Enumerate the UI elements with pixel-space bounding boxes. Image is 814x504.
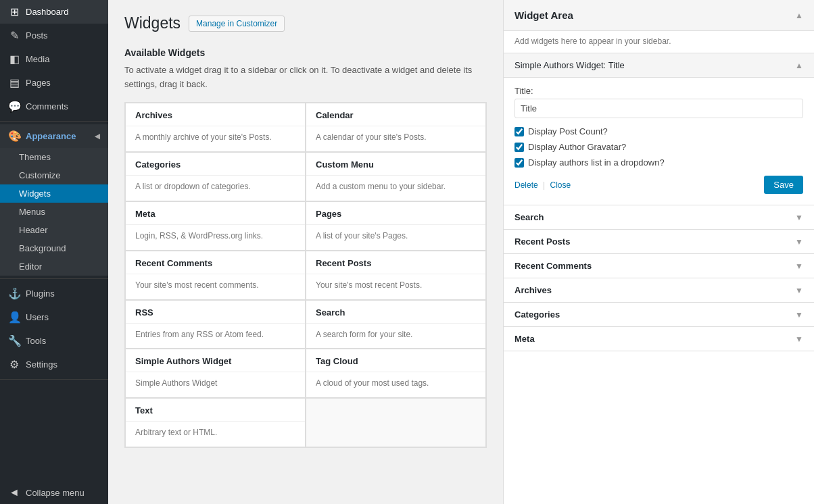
- checkbox-post-count: Display Post Count?: [514, 126, 803, 136]
- close-link[interactable]: Close: [550, 180, 571, 190]
- collapse-menu-button[interactable]: ◄ Collapse menu: [0, 481, 108, 504]
- checkbox-post-count-input[interactable]: [514, 127, 524, 136]
- collapsed-widget-header[interactable]: Recent Comments ▼: [504, 254, 814, 278]
- widget-desc: A list or dropdown of categories.: [126, 176, 305, 201]
- expanded-widget-body: Title: Display Post Count? Display Autho…: [504, 78, 814, 205]
- widget-desc: A monthly archive of your site's Posts.: [126, 126, 305, 151]
- chevron-down-icon[interactable]: ▼: [795, 286, 803, 295]
- sidebar-item-media[interactable]: ◧ Media: [0, 47, 108, 71]
- collapsed-widgets-list: Search ▼ Recent Posts ▼ Recent Comments …: [504, 205, 814, 351]
- sidebar-item-header[interactable]: Header: [0, 221, 108, 239]
- available-widgets-title: Available Widgets: [124, 47, 487, 58]
- chevron-down-icon[interactable]: ▼: [795, 213, 803, 222]
- widget-title: Text: [126, 399, 305, 422]
- sidebar-item-widgets[interactable]: Widgets: [0, 184, 108, 203]
- sidebar-item-editor[interactable]: Editor: [0, 257, 108, 276]
- widget-title: Recent Comments: [126, 251, 305, 274]
- widget-desc: A cloud of your most used tags.: [306, 372, 485, 397]
- content-area: Widgets Manage in Customizer Available W…: [108, 0, 814, 504]
- checkbox-author-gravatar: Display Author Gravatar?: [514, 142, 803, 152]
- simple-authors-widget-expanded: Simple Authors Widget: Title ▲ Title: Di…: [504, 53, 814, 205]
- delete-link[interactable]: Delete: [514, 180, 538, 190]
- checkbox-author-gravatar-input[interactable]: [514, 143, 524, 152]
- expanded-widget-title: Simple Authors Widget: Title: [514, 60, 625, 70]
- sidebar-item-themes[interactable]: Themes: [0, 148, 108, 166]
- collapsed-widget-title: Search: [514, 212, 544, 222]
- widget-item-pages[interactable]: PagesA list of your site's Pages.: [306, 201, 486, 251]
- widget-item-categories[interactable]: CategoriesA list or dropdown of categori…: [125, 152, 306, 201]
- title-input[interactable]: [514, 99, 803, 118]
- widget-area-header: Widget Area ▲: [504, 0, 814, 31]
- media-icon: ◧: [8, 53, 20, 66]
- users-icon: 👤: [8, 311, 20, 324]
- available-widgets-desc: To activate a widget drag it to a sideba…: [124, 64, 487, 92]
- chevron-down-icon[interactable]: ▼: [795, 261, 803, 271]
- widget-links: Delete | Close: [514, 180, 571, 190]
- widget-item-rss[interactable]: RSSEntries from any RSS or Atom feed.: [125, 300, 306, 349]
- widget-item-tag-cloud[interactable]: Tag CloudA cloud of your most used tags.: [306, 349, 486, 398]
- sidebar: ⊞ Dashboard ✎ Posts ◧ Media ▤ Pages 💬 Co…: [0, 0, 108, 504]
- collapsed-widget-title: Meta: [514, 334, 535, 344]
- widget-desc: Arbitrary text or HTML.: [126, 422, 305, 447]
- sidebar-item-customize[interactable]: Customize: [0, 166, 108, 184]
- widget-item-archives[interactable]: ArchivesA monthly archive of your site's…: [125, 103, 306, 152]
- collapsed-widget-header[interactable]: Recent Posts ▼: [504, 230, 814, 253]
- sidebar-item-background[interactable]: Background: [0, 239, 108, 257]
- widgets-panel: Widgets Manage in Customizer Available W…: [108, 0, 503, 504]
- widget-desc: Login, RSS, & WordPress.org links.: [126, 225, 305, 250]
- collapsed-widget-title: Archives: [514, 285, 552, 295]
- separator: |: [543, 180, 545, 190]
- collapsed-widget-meta: Meta ▼: [504, 327, 814, 351]
- sidebar-item-tools[interactable]: 🔧 Tools: [0, 329, 108, 353]
- widgets-grid: ArchivesA monthly archive of your site's…: [124, 102, 487, 448]
- widget-item-text[interactable]: TextArbitrary text or HTML.: [125, 398, 306, 447]
- sidebar-item-comments[interactable]: 💬 Comments: [0, 95, 108, 118]
- manage-in-customizer-button[interactable]: Manage in Customizer: [189, 16, 285, 32]
- collapsed-widget-header[interactable]: Categories ▼: [504, 303, 814, 326]
- sidebar-item-users[interactable]: 👤 Users: [0, 305, 108, 329]
- sidebar-item-pages[interactable]: ▤ Pages: [0, 71, 108, 95]
- widget-desc: Simple Authors Widget: [126, 372, 305, 397]
- checkbox-dropdown: Display authors list in a dropdown?: [514, 157, 803, 168]
- sidebar-item-settings[interactable]: ⚙ Settings: [0, 353, 108, 376]
- posts-icon: ✎: [8, 29, 20, 42]
- checkbox-dropdown-input[interactable]: [514, 158, 524, 168]
- widget-item-custom-menu[interactable]: Custom MenuAdd a custom menu to your sid…: [306, 152, 486, 201]
- widget-item-calendar[interactable]: CalendarA calendar of your site's Posts.: [306, 103, 486, 152]
- widget-area-panel: Widget Area ▲ Add widgets here to appear…: [503, 0, 814, 504]
- expanded-widget-collapse-icon[interactable]: ▲: [795, 61, 803, 70]
- sidebar-item-appearance[interactable]: 🎨 Appearance ◀: [0, 124, 108, 148]
- sidebar-item-dashboard[interactable]: ⊞ Dashboard: [0, 0, 108, 24]
- sidebar-item-plugins[interactable]: ⚓ Plugins: [0, 282, 108, 305]
- collapsed-widget-header[interactable]: Search ▼: [504, 205, 814, 229]
- collapsed-widget-header[interactable]: Meta ▼: [504, 327, 814, 351]
- chevron-down-icon[interactable]: ▼: [795, 334, 803, 344]
- widget-item-recent-comments[interactable]: Recent CommentsYour site's most recent c…: [125, 251, 306, 300]
- collapsed-widget-header[interactable]: Archives ▼: [504, 278, 814, 302]
- widget-item-meta[interactable]: MetaLogin, RSS, & WordPress.org links.: [125, 201, 306, 251]
- collapsed-widget-search: Search ▼: [504, 205, 814, 230]
- divider: [0, 121, 108, 122]
- widget-item-simple-authors-widget[interactable]: Simple Authors WidgetSimple Authors Widg…: [125, 349, 306, 398]
- widget-title: Tag Cloud: [306, 349, 485, 372]
- save-button[interactable]: Save: [764, 176, 803, 194]
- widget-desc: A calendar of your site's Posts.: [306, 126, 485, 151]
- settings-icon: ⚙: [8, 358, 20, 371]
- expanded-widget-header[interactable]: Simple Authors Widget: Title ▲: [504, 53, 814, 78]
- collapsed-widget-title: Recent Comments: [514, 261, 592, 271]
- widget-item-search[interactable]: SearchA search form for your site.: [306, 300, 486, 349]
- widget-desc: Your site's most recent comments.: [126, 274, 305, 299]
- widget-item-recent-posts[interactable]: Recent PostsYour site's most recent Post…: [306, 251, 486, 300]
- widget-area-collapse-icon[interactable]: ▲: [795, 11, 803, 20]
- widget-desc: A search form for your site.: [306, 324, 485, 349]
- divider-2: [0, 278, 108, 279]
- widget-title: Search: [306, 301, 485, 324]
- dashboard-icon: ⊞: [8, 5, 20, 18]
- chevron-down-icon[interactable]: ▼: [795, 310, 803, 320]
- sidebar-item-menus[interactable]: Menus: [0, 203, 108, 221]
- collapsed-widget-recent-comments: Recent Comments ▼: [504, 254, 814, 278]
- widget-title: Archives: [126, 103, 305, 126]
- collapse-icon: ◄: [8, 486, 20, 499]
- chevron-down-icon[interactable]: ▼: [795, 237, 803, 247]
- sidebar-item-posts[interactable]: ✎ Posts: [0, 24, 108, 47]
